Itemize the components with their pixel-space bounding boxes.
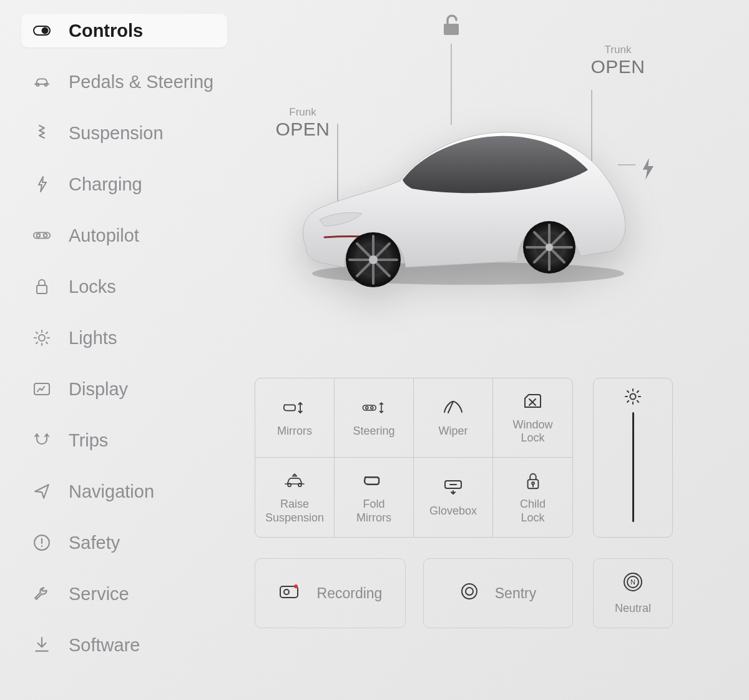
svg-point-5 bbox=[37, 234, 41, 237]
sidebar-item-label: Locks bbox=[69, 277, 116, 297]
svg-point-6 bbox=[44, 234, 47, 237]
sidebar-item-suspension[interactable]: Suspension bbox=[21, 116, 227, 150]
svg-rect-27 bbox=[363, 405, 376, 410]
svg-point-19 bbox=[369, 255, 378, 264]
sidebar-item-autopilot[interactable]: Autopilot bbox=[21, 219, 227, 252]
neutral-icon: N bbox=[622, 571, 644, 596]
tile-wiper[interactable]: Wiper bbox=[414, 378, 493, 458]
sidebar-item-label: Controls bbox=[69, 21, 143, 41]
sidebar-item-display[interactable]: Display bbox=[21, 372, 227, 406]
download-icon bbox=[32, 636, 51, 654]
sidebar-item-controls[interactable]: Controls bbox=[21, 14, 227, 47]
trunk-name: Trunk bbox=[584, 44, 652, 56]
vehicle-image bbox=[287, 106, 637, 287]
svg-point-31 bbox=[298, 483, 301, 486]
trunk-action: OPEN bbox=[584, 56, 652, 77]
display-icon bbox=[32, 380, 51, 398]
sidebar-item-software[interactable]: Software bbox=[21, 628, 227, 662]
sidebar-item-label: Safety bbox=[69, 533, 120, 553]
svg-point-8 bbox=[39, 335, 45, 341]
raise-suspension-icon bbox=[282, 470, 307, 491]
tile-label: Window Lock bbox=[512, 418, 552, 445]
tile-mirrors[interactable]: Mirrors bbox=[255, 378, 335, 458]
tile-raise-suspension[interactable]: Raise Suspension bbox=[255, 458, 335, 537]
unlock-button[interactable] bbox=[441, 12, 462, 37]
steering-adjust-icon bbox=[361, 397, 386, 418]
recording-button[interactable]: Recording bbox=[255, 558, 406, 628]
sidebar-item-charging[interactable]: Charging bbox=[21, 167, 227, 201]
sidebar-item-safety[interactable]: Safety bbox=[21, 526, 227, 560]
window-lock-icon bbox=[521, 391, 546, 412]
trips-icon bbox=[32, 431, 51, 450]
quick-controls-grid: Mirrors Steering Wiper Window Lock Raise… bbox=[255, 378, 573, 538]
sidebar-item-label: Lights bbox=[69, 328, 117, 348]
bolt-icon bbox=[32, 175, 51, 194]
charge-port-button[interactable] bbox=[639, 156, 655, 172]
navigation-icon bbox=[32, 482, 51, 501]
svg-rect-7 bbox=[37, 285, 47, 293]
tile-label: Fold Mirrors bbox=[356, 498, 391, 524]
trunk-button[interactable]: Trunk OPEN bbox=[584, 44, 652, 77]
glovebox-icon bbox=[441, 477, 466, 498]
sidebar-item-locks[interactable]: Locks bbox=[21, 270, 227, 303]
lock-icon bbox=[32, 277, 51, 296]
tile-label: Wiper bbox=[438, 425, 468, 438]
lights-icon bbox=[32, 328, 51, 347]
child-lock-icon bbox=[521, 470, 546, 491]
svg-point-39 bbox=[462, 584, 477, 599]
sidebar-item-lights[interactable]: Lights bbox=[21, 321, 227, 355]
tile-window-lock[interactable]: Window Lock bbox=[493, 378, 572, 458]
brightness-track bbox=[632, 412, 634, 522]
sidebar-item-label: Trips bbox=[69, 430, 108, 451]
sidebar-item-label: Display bbox=[69, 379, 128, 400]
sidebar-item-navigation[interactable]: Navigation bbox=[21, 475, 227, 508]
svg-text:N: N bbox=[630, 578, 635, 586]
svg-point-28 bbox=[366, 407, 368, 409]
tile-label: Child Lock bbox=[520, 498, 546, 524]
svg-point-29 bbox=[371, 407, 373, 409]
brightness-slider[interactable] bbox=[593, 378, 673, 538]
sentry-button[interactable]: Sentry bbox=[423, 558, 573, 628]
tile-label: Raise Suspension bbox=[265, 498, 324, 524]
svg-point-30 bbox=[288, 483, 291, 486]
tile-label: Glovebox bbox=[429, 505, 477, 518]
sidebar: Controls Pedals & Steering Suspension Ch… bbox=[21, 14, 227, 662]
wiper-icon bbox=[441, 397, 466, 418]
wrench-icon bbox=[32, 584, 51, 603]
svg-rect-11 bbox=[444, 24, 459, 35]
tile-label: Steering bbox=[353, 425, 394, 438]
tile-fold-mirrors[interactable]: Fold Mirrors bbox=[335, 458, 414, 537]
tile-label: Mirrors bbox=[277, 425, 312, 438]
suspension-icon bbox=[32, 124, 51, 142]
sidebar-item-trips[interactable]: Trips bbox=[21, 423, 227, 457]
car-icon bbox=[32, 72, 51, 91]
vehicle-canvas: Frunk OPEN Trunk OPEN bbox=[250, 12, 724, 362]
svg-point-26 bbox=[546, 244, 553, 251]
svg-rect-9 bbox=[34, 383, 49, 395]
svg-point-38 bbox=[294, 584, 298, 588]
sentry-icon bbox=[460, 582, 479, 604]
svg-point-37 bbox=[284, 589, 289, 594]
sidebar-item-label: Suspension bbox=[69, 123, 164, 144]
sentry-label: Sentry bbox=[495, 585, 536, 602]
fold-mirrors-icon bbox=[361, 470, 386, 491]
sidebar-item-service[interactable]: Service bbox=[21, 577, 227, 611]
tile-steering[interactable]: Steering bbox=[335, 378, 414, 458]
mirror-adjust-icon bbox=[282, 397, 307, 418]
neutral-label: Neutral bbox=[615, 602, 651, 615]
tile-child-lock[interactable]: Child Lock bbox=[493, 458, 572, 537]
svg-point-35 bbox=[630, 394, 636, 400]
sidebar-item-label: Pedals & Steering bbox=[69, 72, 213, 92]
sidebar-item-label: Autopilot bbox=[69, 225, 139, 246]
sidebar-item-label: Software bbox=[69, 635, 140, 656]
brightness-icon bbox=[625, 388, 641, 407]
neutral-button[interactable]: N Neutral bbox=[593, 558, 673, 628]
tile-glovebox[interactable]: Glovebox bbox=[414, 458, 493, 537]
safety-icon bbox=[32, 533, 51, 552]
autopilot-icon bbox=[32, 226, 51, 245]
sidebar-item-pedals-steering[interactable]: Pedals & Steering bbox=[21, 65, 227, 99]
controls-icon bbox=[32, 21, 51, 40]
sidebar-item-label: Service bbox=[69, 584, 129, 604]
sidebar-item-label: Navigation bbox=[69, 481, 154, 502]
sidebar-item-label: Charging bbox=[69, 174, 142, 195]
